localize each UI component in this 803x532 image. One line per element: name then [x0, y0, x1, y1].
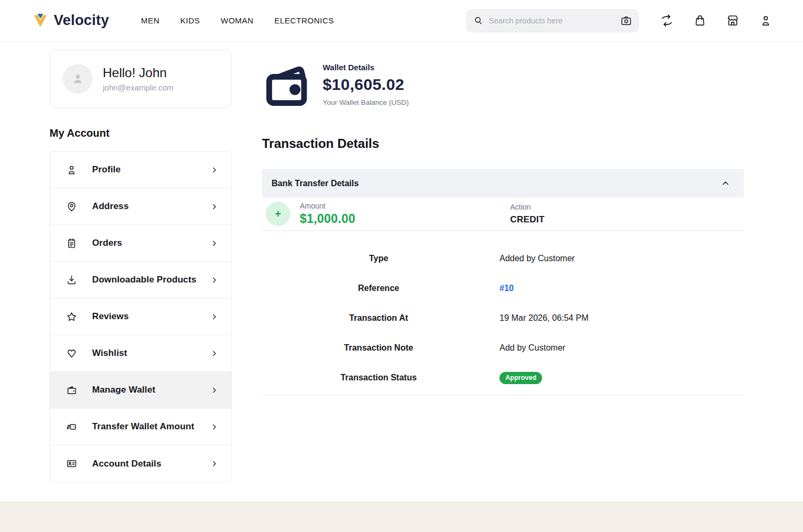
chevron-right-icon — [210, 239, 218, 247]
sidebar-item-address[interactable]: Address — [50, 188, 231, 225]
search-bar[interactable] — [466, 9, 639, 32]
chevron-up-icon[interactable] — [721, 179, 730, 188]
sidebar-item-manage-wallet[interactable]: Manage Wallet — [50, 372, 231, 409]
chevron-right-icon — [210, 203, 218, 211]
chevron-right-icon — [210, 313, 218, 321]
table-row: Transaction Note Add by Customer — [262, 333, 744, 363]
nav-kids[interactable]: KIDS — [181, 16, 200, 25]
compare-icon[interactable] — [660, 14, 674, 27]
sidebar-item-account-details[interactable]: Account Details — [50, 445, 231, 482]
greeting: Hello! John — [103, 65, 174, 80]
map-pin-icon — [66, 201, 77, 212]
chevron-right-icon — [210, 276, 218, 284]
sidebar-item-reviews[interactable]: Reviews — [50, 298, 231, 335]
sidebar-item-orders[interactable]: Orders — [50, 225, 231, 262]
search-icon — [473, 15, 484, 26]
download-icon — [66, 275, 77, 286]
sidebar-item-transfer-wallet-amount[interactable]: Transfer Wallet Amount — [50, 409, 231, 445]
amount-block: + Amount $1,000.00 — [266, 202, 355, 226]
wallet-summary: Wallet Details $10,605.02 Your Wallet Ba… — [262, 60, 744, 106]
main-nav: MEN KIDS WOMAN ELECTRONICS — [141, 16, 334, 25]
store-icon[interactable] — [726, 14, 739, 27]
nav-woman[interactable]: WOMAN — [221, 16, 254, 25]
reference-link[interactable]: #10 — [495, 284, 514, 293]
action-value: CREDIT — [510, 214, 544, 225]
sidebar-item-wishlist[interactable]: Wishlist — [50, 335, 231, 372]
my-account-title: My Account — [50, 127, 232, 139]
amount-row: + Amount $1,000.00 Action CREDIT — [262, 197, 744, 231]
row-label: Transaction At — [262, 313, 495, 323]
cart-bag-icon[interactable] — [694, 14, 706, 27]
sidebar-item-label: Reviews — [92, 311, 210, 322]
velocity-logo-icon — [33, 13, 49, 29]
action-block: Action CREDIT — [510, 203, 544, 225]
row-label: Transaction Status — [262, 373, 495, 383]
table-row: Transaction Status Approved — [262, 363, 744, 393]
user-icon — [66, 164, 77, 176]
bank-transfer-accordion: Bank Transfer Details + Amount $1,000.00… — [262, 169, 744, 395]
row-value: 19 Mar 2026, 06:54 PM — [495, 313, 588, 323]
user-email: john@example.com — [103, 83, 174, 92]
sidebar-item-label: Account Details — [92, 459, 210, 469]
wallet-balance: $10,605.02 — [323, 76, 409, 94]
row-label: Transaction Note — [262, 343, 495, 353]
credit-plus-icon: + — [266, 202, 290, 226]
id-card-icon — [66, 458, 77, 469]
table-row: Reference #10 — [262, 273, 744, 303]
transaction-detail-rows: Type Added by Customer Reference #10 Tra… — [262, 231, 744, 395]
wallet-balance-subtitle: Your Wallet Balance (USD) — [323, 98, 409, 106]
wallet-solid-icon — [262, 60, 309, 106]
account-icon[interactable] — [759, 14, 772, 27]
row-value: Add by Customer — [495, 343, 566, 353]
table-row: Transaction At 19 Mar 2026, 06:54 PM — [262, 303, 744, 333]
sidebar-item-label: Downloadable Products — [92, 275, 210, 285]
wallet-details-title: Wallet Details — [323, 63, 409, 72]
chevron-right-icon — [210, 386, 218, 394]
chevron-right-icon — [210, 350, 218, 358]
page-title: Transaction Details — [262, 136, 744, 151]
sidebar-item-label: Orders — [92, 238, 210, 248]
wallet-transfer-icon — [66, 421, 77, 433]
avatar — [63, 64, 93, 94]
wallet-icon — [66, 385, 77, 396]
image-search-camera-icon[interactable] — [620, 15, 632, 27]
sidebar-item-label: Address — [92, 201, 210, 212]
nav-electronics[interactable]: ELECTRONICS — [274, 16, 334, 25]
amount-label: Amount — [300, 202, 355, 210]
sidebar-item-downloadable-products[interactable]: Downloadable Products — [50, 262, 231, 298]
brand-name: Velocity — [54, 12, 109, 29]
sidebar-item-label: Manage Wallet — [92, 385, 210, 395]
header: Velocity MEN KIDS WOMAN ELECTRONICS — [0, 0, 803, 41]
account-menu: Profile Address — [50, 151, 232, 483]
row-label: Type — [262, 254, 495, 263]
chevron-right-icon — [210, 423, 218, 431]
profile-card: Hello! John john@example.com — [50, 49, 232, 108]
sidebar-item-label: Profile — [92, 164, 210, 175]
main-content: Wallet Details $10,605.02 Your Wallet Ba… — [232, 49, 744, 483]
action-label: Action — [510, 203, 544, 211]
accordion-header[interactable]: Bank Transfer Details — [262, 169, 744, 197]
accordion-title: Bank Transfer Details — [272, 179, 359, 188]
amount-value: $1,000.00 — [300, 212, 355, 226]
row-value: Approved — [495, 372, 542, 384]
sidebar-item-label: Wishlist — [92, 348, 210, 359]
status-badge: Approved — [499, 372, 542, 384]
footer — [0, 501, 803, 532]
sidebar-item-profile[interactable]: Profile — [50, 152, 231, 188]
chevron-right-icon — [210, 460, 218, 468]
row-label: Reference — [262, 284, 495, 293]
row-value: Added by Customer — [495, 254, 575, 263]
chevron-right-icon — [210, 166, 218, 174]
heart-icon — [66, 348, 77, 359]
brand-logo[interactable]: Velocity — [33, 12, 109, 29]
search-input[interactable] — [489, 16, 615, 25]
header-actions — [660, 14, 772, 27]
nav-men[interactable]: MEN — [141, 16, 160, 25]
star-icon — [66, 311, 77, 322]
sidebar-item-label: Transfer Wallet Amount — [92, 421, 210, 432]
clipboard-icon — [66, 238, 77, 249]
sidebar: Hello! John john@example.com My Account … — [50, 49, 232, 483]
page-body: Hello! John john@example.com My Account … — [0, 41, 803, 483]
table-row: Type Added by Customer — [262, 244, 744, 273]
